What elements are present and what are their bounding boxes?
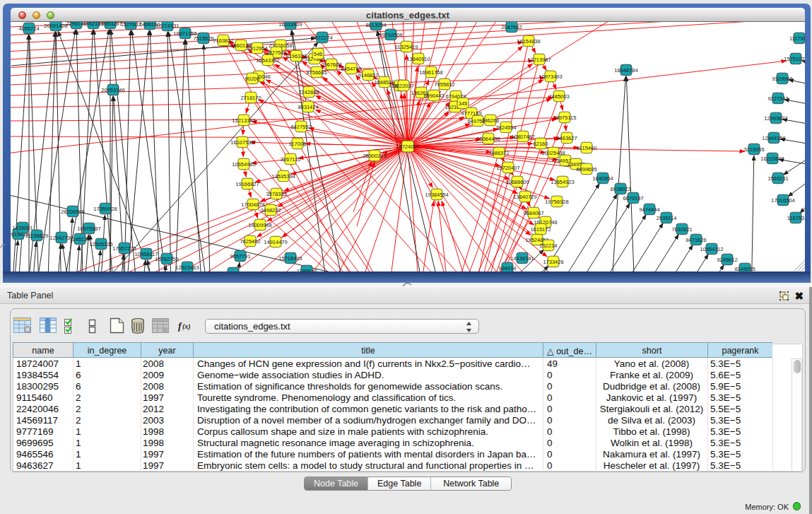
- svg-text:10654112: 10654112: [700, 246, 724, 252]
- svg-text:4055724: 4055724: [18, 25, 39, 32]
- svg-text:62160: 62160: [534, 141, 548, 147]
- svg-text:934914: 934914: [498, 265, 516, 271]
- svg-text:10553267: 10553267: [98, 22, 122, 27]
- svg-text:10654985: 10654985: [232, 161, 255, 168]
- svg-text:14136141: 14136141: [510, 255, 534, 262]
- svg-text:17359928: 17359928: [93, 206, 117, 212]
- svg-text:16154838: 16154838: [517, 38, 540, 45]
- svg-text:9115460: 9115460: [577, 145, 597, 151]
- svg-text:8471626: 8471626: [686, 237, 706, 243]
- svg-text:1435001: 1435001: [12, 225, 33, 231]
- svg-text:17016504: 17016504: [771, 197, 794, 204]
- svg-text:8427552: 8427552: [290, 124, 311, 130]
- svg-text:2935114: 2935114: [657, 215, 677, 221]
- svg-text:8031414: 8031414: [298, 104, 318, 110]
- svg-text:15720407: 15720407: [496, 165, 519, 171]
- svg-text:12923463: 12923463: [175, 264, 199, 271]
- svg-text:26206526: 26206526: [61, 209, 84, 215]
- svg-text:9081765: 9081765: [223, 270, 243, 271]
- svg-text:14009948: 14009948: [248, 222, 271, 228]
- svg-text:12444159: 12444159: [762, 135, 785, 141]
- svg-text:19166827: 19166827: [235, 181, 259, 187]
- svg-text:2087682: 2087682: [501, 24, 522, 30]
- svg-text:15716485: 15716485: [278, 255, 302, 262]
- svg-text:3824554: 3824554: [495, 124, 516, 131]
- svg-text:8938923: 8938923: [610, 186, 630, 192]
- svg-text:117006: 117006: [289, 141, 306, 147]
- svg-text:20053346: 20053346: [101, 87, 124, 93]
- svg-text:16107535: 16107535: [230, 139, 254, 146]
- svg-text:6899695: 6899695: [576, 166, 596, 173]
- svg-text:8756685: 8756685: [306, 69, 326, 76]
- svg-text:16543362: 16543362: [256, 57, 279, 64]
- svg-text:12975115: 12975115: [553, 115, 577, 121]
- svg-text:3498222: 3498222: [260, 207, 281, 214]
- svg-text:9146821: 9146821: [358, 72, 378, 78]
- svg-text:12093872: 12093872: [764, 115, 787, 122]
- svg-text:12213383: 12213383: [232, 117, 255, 124]
- svg-text:116753: 116753: [787, 215, 804, 221]
- svg-text:7986372: 7986372: [488, 150, 509, 156]
- svg-text:252214: 252214: [539, 243, 557, 249]
- svg-text:3572274: 3572274: [312, 35, 332, 41]
- svg-text:10975887: 10975887: [77, 226, 100, 232]
- svg-text:16648784: 16648784: [614, 67, 637, 74]
- svg-text:11325419: 11325419: [395, 44, 418, 50]
- svg-text:1733426: 1733426: [543, 259, 563, 265]
- svg-text:8196328: 8196328: [286, 53, 306, 59]
- svg-text:90206: 90206: [245, 76, 260, 82]
- svg-text:7485003: 7485003: [548, 93, 569, 100]
- svg-text:6879197: 6879197: [623, 195, 643, 201]
- svg-text:3267110: 3267110: [281, 156, 301, 163]
- svg-text:17957225: 17957225: [112, 245, 136, 252]
- svg-text:10719131: 10719131: [155, 23, 179, 29]
- svg-text:2718170: 2718170: [240, 95, 261, 101]
- svg-text:1527602: 1527602: [120, 22, 141, 28]
- svg-text:3822037: 3822037: [393, 83, 413, 89]
- svg-text:20364436: 20364436: [476, 136, 500, 142]
- svg-text:11156829: 11156829: [25, 233, 48, 239]
- svg-text:546: 546: [314, 51, 323, 57]
- svg-text:9474444: 9474444: [639, 206, 659, 213]
- svg-text:16961758: 16961758: [419, 69, 442, 76]
- svg-text:18724007: 18724007: [396, 144, 419, 150]
- svg-text:1615172: 1615172: [530, 226, 551, 233]
- svg-text:746266: 746266: [481, 117, 499, 124]
- svg-text:10688609: 10688609: [505, 179, 529, 185]
- svg-text:1117906: 1117906: [789, 35, 805, 42]
- svg-text:1186674: 1186674: [297, 268, 317, 271]
- svg-text:15751074: 15751074: [784, 56, 805, 62]
- svg-text:1569231: 1569231: [767, 175, 788, 182]
- svg-text:8813054: 8813054: [365, 22, 386, 28]
- svg-text:12213967: 12213967: [527, 57, 551, 63]
- svg-text:8990443: 8990443: [423, 93, 444, 99]
- svg-text:8912954: 8912954: [247, 45, 267, 52]
- svg-text:16033809: 16033809: [278, 22, 302, 28]
- svg-text:25300273: 25300273: [363, 153, 386, 159]
- svg-text:14914479: 14914479: [264, 239, 287, 245]
- svg-text:10807487: 10807487: [511, 134, 534, 140]
- svg-text:345: 345: [459, 100, 468, 107]
- svg-text:10973493: 10973493: [539, 74, 562, 80]
- svg-text:19218506: 19218506: [379, 32, 402, 38]
- svg-text:1640954: 1640954: [592, 175, 613, 182]
- svg-text:7625402: 7625402: [240, 238, 260, 245]
- svg-text:9245612: 9245612: [717, 257, 737, 263]
- svg-text:13535394: 13535394: [271, 173, 295, 180]
- svg-text:2242848: 2242848: [298, 89, 319, 95]
- svg-text:13654923: 13654923: [551, 179, 574, 185]
- svg-text:7955812: 7955812: [434, 81, 454, 88]
- svg-text:(x): (x): [182, 322, 191, 331]
- svg-text:8454749: 8454749: [341, 66, 361, 72]
- svg-text:9463627: 9463627: [556, 135, 577, 141]
- svg-text:9684067: 9684067: [523, 210, 543, 216]
- svg-text:16210643: 16210643: [760, 156, 784, 162]
- svg-text:19756928: 19756928: [545, 199, 568, 205]
- svg-text:19384554: 19384554: [425, 192, 448, 198]
- svg-text:20091406: 20091406: [44, 23, 67, 29]
- svg-text:9657791: 9657791: [230, 253, 250, 259]
- svg-text:2967608: 2967608: [321, 62, 341, 68]
- svg-text:3578332: 3578332: [266, 191, 286, 197]
- svg-text:13640910: 13640910: [406, 56, 430, 62]
- svg-text:13840729: 13840729: [513, 194, 536, 200]
